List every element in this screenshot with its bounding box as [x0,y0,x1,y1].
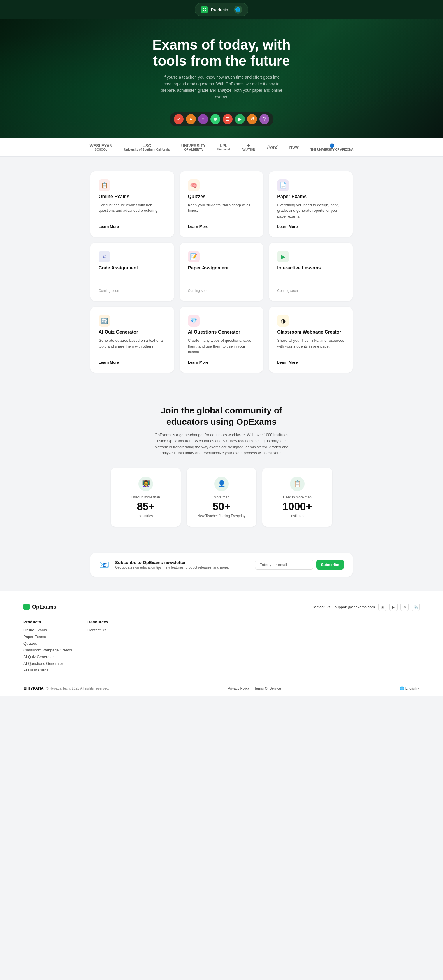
institutes-label: Used in more than [268,495,327,500]
card-quizzes: 🧠 Quizzes Keep your students' skills sha… [180,171,263,237]
countries-number: 85+ [116,501,175,513]
footer-resources-title: Resources [88,620,140,624]
card-interactive-lessons: ▶ Interactive Lessons Coming soon [269,243,353,301]
nav-title: Products [211,7,228,12]
stat-institutes: 📋 Used in more than 1000+ Institutes [262,468,332,527]
footer-social-square[interactable]: ▣ [378,603,386,611]
code-assignment-icon: # [99,251,110,262]
footer-link-ai-quiz[interactable]: AI Quiz Generator [23,655,76,659]
newsletter-subtitle: Get updates on education tips, new featu… [115,565,249,570]
newsletter-title: Subscribe to OpExams newsletter [115,560,249,565]
online-exams-link[interactable]: Learn More [99,224,166,229]
hero-icon-help[interactable]: ? [260,114,269,124]
footer-privacy-link[interactable]: Privacy Policy [228,686,250,690]
community-subtitle: OpExams is a game-changer for educators … [155,432,288,456]
quizzes-link[interactable]: Learn More [188,224,255,229]
ai-quiz-icon: 🔄 [99,315,110,326]
logos-bar: WESLEYANSCHOOL USCUniversity of Southern… [0,138,443,157]
ai-questions-desc: Create many types of questions, save the… [188,338,255,355]
logo-aviation: ✈AVIATION [242,143,255,151]
countries-sublabel: countries [116,514,175,518]
card-classroom-webpage: ◑ Classroom Webpage Creator Share all yo… [269,307,353,372]
hero-icon-ai[interactable]: ↺ [247,114,257,124]
hero-icon-code[interactable]: # [210,114,220,124]
ai-questions-icon: 💎 [188,315,200,326]
interactive-lessons-coming: Coming soon [277,289,344,293]
newsletter-form: Subscribe [255,560,344,570]
nav-pill: Products 🌐 [195,3,248,16]
footer-col-resources: Resources Contact Us [88,620,140,675]
hero-icon-quiz[interactable]: ● [186,114,196,124]
globe-icon[interactable]: 🌐 [234,6,242,14]
teachers-label: More than [192,495,251,500]
classroom-webpage-desc: Share all your files, links, and resourc… [277,338,344,355]
classroom-webpage-icon: ◑ [277,315,289,326]
stat-countries: 👩‍🏫 Used in more than 85+ countries [111,468,181,527]
hero-icon-paper[interactable]: ≡ [198,114,208,124]
logo-ford: Ford [267,144,277,150]
ai-quiz-link[interactable]: Learn More [99,360,166,364]
footer-link-online-exams[interactable]: Online Exams [23,628,76,632]
card-ai-questions: 💎 AI Questions Generator Create many typ… [180,307,263,372]
paper-assignment-desc [188,274,255,286]
footer-bottom-links: Privacy Policy Terms Of Service [228,686,281,690]
newsletter-section: 📧 Subscribe to OpExams newsletter Get up… [0,544,443,591]
code-assignment-coming: Coming soon [99,289,166,293]
ai-questions-title: AI Questions Generator [188,329,255,335]
footer-contact-label: Contact Us: [312,605,331,609]
footer-bottom-left: ⊞ HYPATIA © Hypatia.Tech. 2023 All right… [23,686,109,690]
footer-link-contact[interactable]: Contact Us [88,628,140,632]
paper-exams-title: Paper Exams [277,194,344,199]
footer-logo-text: OpExams [32,604,56,610]
footer-social-youtube[interactable]: ▶ [389,603,398,611]
svg-rect-0 [202,8,204,10]
online-exams-icon: 📋 [99,180,110,191]
paper-assignment-icon: 📝 [188,251,200,262]
newsletter-email-input[interactable] [255,560,313,570]
footer-social-link[interactable]: 📎 [411,603,420,611]
hero-icon-lesson[interactable]: ▶ [235,114,245,124]
hero-icon-checkmark[interactable]: ✓ [174,114,183,124]
classroom-webpage-title: Classroom Webpage Creator [277,329,344,335]
teachers-sublabel: New Teacher Joining Everyday [192,514,251,518]
paper-assignment-coming: Coming soon [188,289,255,293]
paper-assignment-title: Paper Assignment [188,266,255,270]
card-ai-quiz: 🔄 AI Quiz Generator Generate quizzes bas… [90,307,174,372]
footer-link-ai-flash[interactable]: AI Flash Cards [23,668,76,672]
quizzes-icon: 🧠 [188,180,200,191]
footer-social-twitter[interactable]: ✕ [400,603,409,611]
newsletter-icon: 📧 [99,560,109,570]
newsletter-subscribe-button[interactable]: Subscribe [316,560,344,570]
footer-link-paper-exams[interactable]: Paper Exams [23,635,76,639]
footer-products-title: Products [23,620,76,624]
online-exams-desc: Conduct secure exams with rich questions… [99,202,166,220]
footer-link-classroom[interactable]: Classroom Webpage Creator [23,648,76,652]
institutes-sublabel: Institutes [268,514,327,518]
logo-lpl: LPLFinancial [217,143,230,151]
logo-arizona: 🔵THE UNIVERSITY OF ARIZONA [311,143,353,151]
products-grid: 📋 Online Exams Conduct secure exams with… [90,171,353,372]
community-title: Join the global community of educators u… [158,405,285,427]
stats-grid: 👩‍🏫 Used in more than 85+ countries 👤 Mo… [111,468,332,527]
hero-product-icons: ✓ ● ≡ # ☰ ▶ ↺ ? [170,112,273,126]
code-assignment-desc [99,274,166,286]
navbar: Products 🌐 [0,0,443,19]
footer-columns: Products Online Exams Paper Exams Quizze… [23,620,140,675]
footer-logo: OpExams [23,604,56,610]
footer-link-ai-questions[interactable]: AI Questions Generator [23,661,76,666]
footer-contact-email[interactable]: support@opexams.com [335,605,375,609]
svg-rect-1 [205,8,206,10]
footer-language[interactable]: 🌐 English ▾ [400,686,420,690]
ai-questions-link[interactable]: Learn More [188,360,255,364]
card-paper-assignment: 📝 Paper Assignment Coming soon [180,243,263,301]
hero-title: Exams of today, with tools from the futu… [134,37,309,69]
classroom-webpage-link[interactable]: Learn More [277,360,344,364]
hero-icon-assignment[interactable]: ☰ [223,114,233,124]
paper-exams-link[interactable]: Learn More [277,224,344,229]
footer-terms-link[interactable]: Terms Of Service [255,686,281,690]
footer-top: OpExams Contact Us: support@opexams.com … [23,603,420,611]
ai-quiz-desc: Generate quizzes based on a text or a to… [99,338,166,355]
footer-link-quizzes[interactable]: Quizzes [23,641,76,646]
hero-section: Exams of today, with tools from the futu… [0,19,443,138]
products-section: 📋 Online Exams Conduct secure exams with… [0,157,443,387]
